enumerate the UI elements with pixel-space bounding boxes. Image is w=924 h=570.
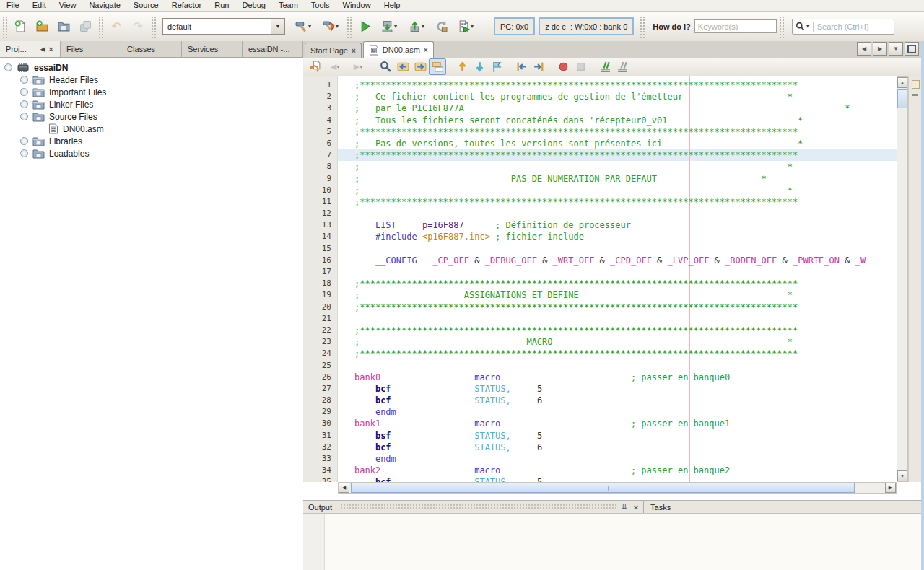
find-previous-button[interactable] [394,58,411,75]
scroll-down-arrow[interactable]: ▼ [897,470,907,481]
chevron-down-icon[interactable]: ▾ [336,23,339,30]
toggle-bookmark-button[interactable] [488,58,505,75]
tree-item-libraries[interactable]: Libraries [0,135,303,147]
close-tab-icon[interactable]: × [352,47,356,55]
expand-handle-icon[interactable] [20,100,28,108]
tree-item-linker-files[interactable]: Linker Files [0,98,303,110]
left-tab-proj[interactable]: Proj...◀✕ [0,41,61,57]
scroll-tabs-right-button[interactable]: ▶ [873,42,887,56]
next-bookmark-button[interactable] [471,58,488,75]
code-editor[interactable]: 1234567891011121314151617181920212223242… [303,76,897,482]
tab-list-dropdown-button[interactable]: ▼ [889,42,903,56]
editor-tab-start-page[interactable]: Start Page× [305,43,362,58]
toolbar-grip[interactable] [98,16,103,38]
stop-macro-recording-button[interactable] [572,58,589,75]
minimize-tab-icon[interactable]: ◀ [40,45,45,53]
chevron-down-icon[interactable]: ▾ [394,23,397,30]
project-tree[interactable]: essaiDNHeader FilesImportant FilesLinker… [0,58,303,159]
toolbar-grip[interactable] [2,16,7,38]
menu-tools[interactable]: Tools [305,0,336,11]
expand-handle-icon[interactable] [20,137,28,145]
expand-handle-icon[interactable] [20,88,28,96]
tree-item-loadables[interactable]: Loadables [0,147,303,159]
editor-tab-dn00-asm[interactable]: DN00.asm× [363,41,434,58]
close-tab-icon[interactable]: × [424,46,428,54]
menu-navigate[interactable]: Navigate [82,0,126,11]
debug-project-button[interactable]: ▾ [452,16,479,38]
how-do-i-input[interactable] [694,19,777,33]
error-stripe[interactable] [908,76,921,482]
expand-handle-icon[interactable] [20,76,28,84]
read-device-memory-button[interactable]: ▾ [403,16,430,38]
menu-edit[interactable]: Edit [26,0,53,11]
menu-source[interactable]: Source [127,0,165,11]
tree-item-essaidn[interactable]: essaiDN [0,61,303,74]
chevron-down-icon[interactable]: ▼ [806,24,811,29]
chevron-down-icon[interactable]: ▾ [359,63,362,70]
redo-button[interactable]: ↷ [127,16,149,38]
collapse-handle-icon[interactable] [4,63,12,71]
find-next-button[interactable] [411,58,429,75]
close-panel-icon[interactable]: × [630,503,642,512]
save-all-button[interactable] [74,16,96,38]
open-project-button[interactable] [53,16,74,38]
tasks-panel-tab[interactable]: Tasks [645,503,676,512]
clean-and-build-project-button[interactable]: ▾ [317,16,344,38]
chevron-down-icon[interactable]: ▾ [422,23,424,30]
back-button[interactable]: ◀▾ [323,58,346,75]
undo-button[interactable]: ↶ [105,16,127,38]
chevron-down-icon[interactable]: ▾ [471,23,474,30]
chevron-down-icon[interactable]: ▾ [336,63,339,70]
start-macro-recording-button[interactable] [554,58,572,75]
menu-team[interactable]: Team [272,0,305,11]
last-edit-location-button[interactable] [306,58,323,75]
collapse-handle-icon[interactable] [20,113,28,120]
scroll-up-arrow[interactable]: ▲ [897,77,907,88]
horizontal-scroll-thumb[interactable] [351,483,855,493]
editor-gutter[interactable]: 1234567891011121314151617181920212223242… [303,76,338,482]
shift-line-left-button[interactable] [513,58,530,75]
search-input[interactable] [816,22,891,32]
menu-view[interactable]: View [53,0,83,11]
menu-file[interactable]: File [0,0,26,11]
quick-search[interactable]: ▼ [792,19,894,35]
new-file-button[interactable] [9,16,31,38]
reset-device-button[interactable] [430,16,452,38]
forward-button[interactable]: ▶▾ [346,58,370,75]
scroll-tabs-left-button[interactable]: ◀ [857,42,871,56]
expand-handle-icon[interactable] [20,149,28,157]
menu-refactor[interactable]: Refactor [165,0,209,11]
previous-bookmark-button[interactable] [453,58,471,75]
tree-item-important-files[interactable]: Important Files [0,86,303,98]
tree-item-source-files[interactable]: Source Files [0,110,303,123]
close-tab-icon[interactable]: ✕ [48,45,54,53]
run-project-button[interactable] [354,16,375,38]
toolbar-grip[interactable] [640,16,645,38]
new-project-button[interactable] [31,16,53,38]
uncomment-button[interactable] [614,58,631,75]
chevron-down-icon[interactable]: ▾ [308,23,311,30]
toggle-highlight-search-button[interactable] [429,58,446,75]
menu-debug[interactable]: Debug [235,0,271,11]
left-tab-classes[interactable]: Classes [121,41,182,57]
shift-line-right-button[interactable] [530,58,547,75]
panel-drag-texture[interactable] [340,504,616,510]
toolbar-grip[interactable] [346,16,352,38]
left-tab-essaidn[interactable]: essaiDN -... [243,41,303,57]
configuration-select[interactable]: default ▼ [162,18,285,35]
toolbar-grip[interactable] [151,16,156,38]
left-tab-services[interactable]: Services [182,41,243,57]
tree-item-header-files[interactable]: Header Files [0,74,303,86]
vertical-scroll-thumb[interactable] [897,89,907,108]
scroll-left-arrow[interactable]: ◀ [339,483,349,493]
menu-help[interactable]: Help [378,0,407,11]
search-icon[interactable] [796,22,805,31]
minimize-panel-icon[interactable]: ⇊ [619,503,630,511]
left-tab-files[interactable]: Files [61,41,121,57]
make-and-program-device-button[interactable]: ▾ [375,16,403,38]
chevron-down-icon[interactable]: ▼ [271,19,284,34]
find-selection-button[interactable] [377,58,394,75]
tree-item-dn00-asm[interactable]: DN00.asm [0,123,303,135]
code-view[interactable]: ;***************************************… [338,76,897,482]
output-panel-tab[interactable]: Output [303,503,337,512]
